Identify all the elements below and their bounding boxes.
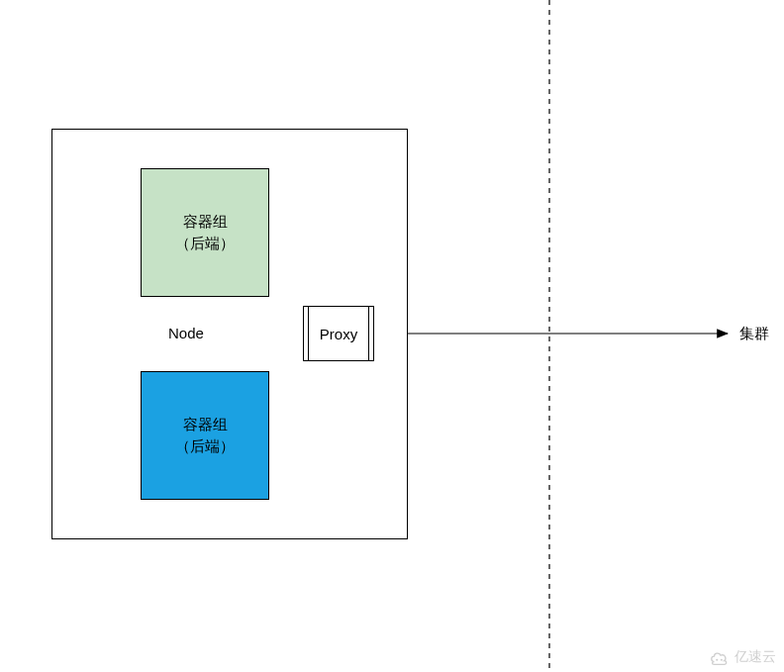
pod-label-line2: （后端） <box>175 233 235 255</box>
cluster-label: 集群 <box>739 325 769 343</box>
proxy-box: Proxy <box>303 306 374 361</box>
pod-label-line1: 容器组 <box>183 211 228 234</box>
pod-label-line1: 容器组 <box>183 414 228 436</box>
svg-point-5 <box>716 659 718 661</box>
watermark: 亿速云 <box>709 648 776 666</box>
node-label: Node <box>168 325 204 341</box>
pod-backend-blue: 容器组 （后端） <box>141 371 269 500</box>
proxy-label: Proxy <box>320 326 357 342</box>
watermark-text: 亿速云 <box>735 648 776 666</box>
svg-point-6 <box>721 659 723 661</box>
pod-label-line2: （后端） <box>175 435 235 458</box>
pod-backend-green: 容器组 （后端） <box>141 168 269 297</box>
cloud-icon <box>709 649 731 665</box>
architecture-diagram: 容器组 （后端） 容器组 （后端） Node Proxy 集群 亿速云 <box>0 0 784 672</box>
